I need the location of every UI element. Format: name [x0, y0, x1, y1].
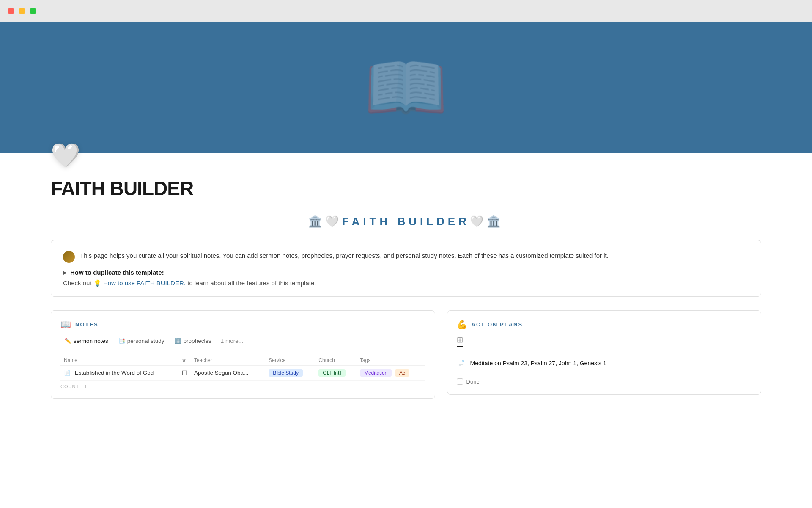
action-item-text: Meditate on Psalm 23, Psalm 27, John 1, …	[470, 359, 606, 368]
tab-personal-study-label: personal study	[127, 338, 165, 344]
tab-prophecies-label: prophecies	[184, 338, 211, 344]
personal-study-icon: 📑	[118, 338, 125, 344]
avatar	[63, 251, 75, 263]
toggle-arrow-icon: ▶	[63, 270, 67, 276]
tab-sermon-notes[interactable]: ✏️ sermon notes	[60, 335, 112, 348]
cell-service: Bible Study	[265, 365, 315, 380]
service-tag: Bible Study	[269, 369, 303, 377]
two-column-layout: 📖 NOTES ✏️ sermon notes 📑 personal study…	[51, 310, 761, 399]
col-header-service: Service	[265, 355, 315, 366]
link-anchor[interactable]: How to use FAITH BUILDER.	[103, 279, 186, 287]
grid-view-icon[interactable]: ⊞	[457, 335, 463, 347]
done-row: Done	[457, 374, 752, 385]
info-card: This page helps you curate all your spir…	[51, 240, 761, 297]
tab-prophecies[interactable]: ⬇️ prophecies	[170, 335, 216, 348]
maximize-button[interactable]	[30, 8, 36, 14]
action-plans-card: 💪 ACTION PLANS ⊞ 📄 Meditate on Psalm 23,…	[447, 310, 761, 395]
notes-column: 📖 NOTES ✏️ sermon notes 📑 personal study…	[51, 310, 435, 399]
cover-book-icon: 📖	[364, 54, 448, 121]
cell-star[interactable]: ☐	[178, 365, 191, 380]
done-checkbox[interactable]	[457, 378, 463, 385]
col-header-name: Name	[60, 355, 178, 366]
tags-tag: Meditation	[360, 369, 392, 377]
cell-name: 📄 Established in the Word of God	[60, 365, 178, 380]
titlebar	[0, 0, 812, 22]
col-header-star: ★	[178, 355, 191, 366]
link-suffix: to learn about all the features of this …	[187, 279, 316, 287]
count-label: COUNT	[60, 384, 79, 389]
duplicate-toggle[interactable]: ▶ How to duplicate this template!	[63, 269, 749, 276]
tab-sermon-notes-label: sermon notes	[74, 338, 108, 344]
sermon-notes-icon: ✏️	[65, 338, 71, 344]
toggle-label: How to duplicate this template!	[70, 269, 164, 276]
page-heart-icon: 🤍	[51, 141, 80, 169]
table-row[interactable]: 📄 Established in the Word of God ☐ Apost…	[60, 365, 425, 380]
extra-tag: Ac	[395, 369, 409, 377]
notes-tabs: ✏️ sermon notes 📑 personal study ⬇️ prop…	[60, 335, 425, 348]
tab-more[interactable]: 1 more...	[217, 335, 247, 348]
col-header-church: Church	[315, 355, 357, 366]
link-prefix: Check out 💡	[63, 279, 102, 287]
action-item[interactable]: 📄 Meditate on Psalm 23, Psalm 27, John 1…	[457, 353, 752, 374]
notes-table: Name ★ Teacher Service Church Tags 📄	[60, 355, 425, 381]
notes-book-icon: 📖	[60, 319, 71, 329]
minimize-button[interactable]	[19, 8, 25, 14]
count-value: 1	[84, 384, 87, 389]
action-doc-icon: 📄	[457, 359, 465, 367]
cell-tags: Meditation Ac	[357, 365, 425, 380]
close-button[interactable]	[8, 8, 14, 14]
cover-image: 📖	[0, 22, 812, 153]
done-label: Done	[466, 378, 480, 385]
notes-section-header: 📖 NOTES	[60, 319, 425, 329]
notes-section-title: NOTES	[75, 321, 99, 328]
page-content: FAITH BUILDER 🏛️🤍FAITH BUILDER🤍🏛️ This p…	[0, 169, 812, 424]
col-header-tags: Tags	[357, 355, 425, 366]
cell-teacher: Apostle Segun Oba...	[191, 365, 265, 380]
page-title: FAITH BUILDER	[51, 177, 761, 200]
action-plans-icon: 💪	[457, 319, 467, 329]
action-plans-title: ACTION PLANS	[472, 321, 523, 328]
subtitle-bar: 🏛️🤍FAITH BUILDER🤍🏛️	[51, 215, 761, 228]
action-plans-header: 💪 ACTION PLANS	[457, 319, 752, 329]
col-header-teacher: Teacher	[191, 355, 265, 366]
info-link-line: Check out 💡 How to use FAITH BUILDER. to…	[63, 279, 749, 287]
page-icon-wrap: 🤍	[0, 141, 812, 169]
action-plans-column: 💪 ACTION PLANS ⊞ 📄 Meditate on Psalm 23,…	[447, 310, 761, 395]
cell-church: GLT Int'l	[315, 365, 357, 380]
count-row: COUNT 1	[60, 381, 425, 389]
tab-personal-study[interactable]: 📑 personal study	[114, 335, 169, 348]
notes-card: 📖 NOTES ✏️ sermon notes 📑 personal study…	[51, 310, 435, 399]
info-description: This page helps you curate all your spir…	[80, 251, 609, 261]
prophecies-icon: ⬇️	[175, 338, 181, 344]
church-tag: GLT Int'l	[318, 369, 346, 377]
